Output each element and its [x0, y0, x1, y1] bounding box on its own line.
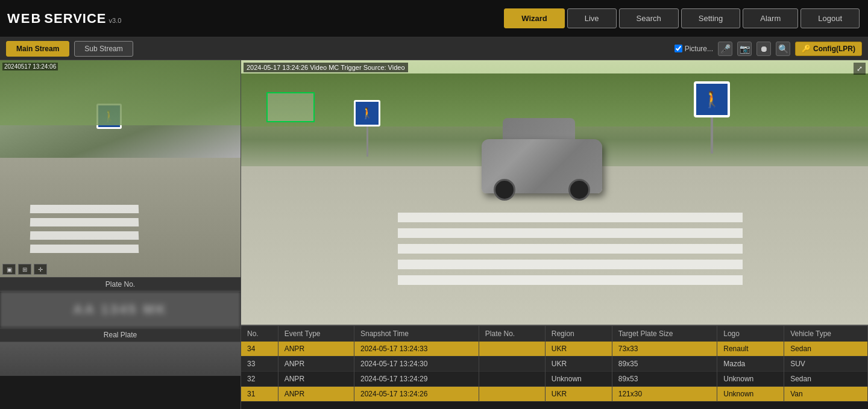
- table-cell-1: ANPR: [278, 387, 354, 402]
- camera-main: 🚶 🚶 2024-05-17 13:24:26 Video MC Trigger…: [241, 60, 868, 325]
- table-row[interactable]: 31ANPR2024-05-17 13:24:26UKR121x30Unknow…: [241, 387, 868, 402]
- picture-checkbox-container: Picture...: [675, 45, 713, 53]
- col-no: No.: [241, 326, 278, 342]
- sub-stream-button[interactable]: Sub Stream: [74, 41, 133, 57]
- table-cell-5: 121x30: [612, 387, 717, 402]
- cam-ctrl-3[interactable]: ✛: [34, 264, 47, 275]
- logo-web-text: WEB: [7, 11, 42, 27]
- nav-setting-button[interactable]: Setting: [681, 8, 740, 28]
- nav-search-button[interactable]: Search: [619, 8, 679, 28]
- table-cell-1: ANPR: [278, 342, 354, 357]
- expand-icon[interactable]: ⤢: [854, 63, 866, 75]
- nav-live-button[interactable]: Live: [567, 8, 617, 28]
- table-cell-0: 34: [241, 342, 278, 357]
- config-lpr-label: Config(LPR): [813, 45, 855, 53]
- nav-buttons: Wizard Live Search Setting Alarm Logout: [503, 8, 861, 28]
- real-plate-section: Real Plate: [0, 328, 241, 376]
- crosswalk: [398, 213, 743, 285]
- toolbar: Main Stream Sub Stream Picture... 🎤 📷 ⏺ …: [0, 37, 868, 60]
- table-cell-6: Unknown: [717, 387, 784, 402]
- data-table-section: No. Event Type Snapshot Time Plate No. R…: [241, 325, 868, 409]
- table-cell-4: UKR: [545, 342, 612, 357]
- logo: WEB SERVICE v3.0: [7, 11, 121, 27]
- picture-checkbox[interactable]: [675, 45, 682, 52]
- nav-alarm-button[interactable]: Alarm: [743, 8, 798, 28]
- col-target-plate-size: Target Plate Size: [612, 326, 717, 342]
- header: WEB SERVICE v3.0 Wizard Live Search Sett…: [0, 0, 868, 37]
- nav-logout-button[interactable]: Logout: [800, 8, 860, 28]
- table-row[interactable]: 33ANPR2024-05-17 13:24:30UKR89x35MazdaSU…: [241, 357, 868, 372]
- cam-controls: ▣ ⊞ ✛: [2, 264, 47, 275]
- table-row[interactable]: 34ANPR2024-05-17 13:24:33UKR73x33Renault…: [241, 342, 868, 357]
- table-cell-3: [479, 387, 545, 402]
- main-feed: 🚶 🚶 2024-05-17 13:24:26 Video MC Trigger…: [241, 60, 868, 409]
- key-icon: 🔑: [802, 45, 811, 53]
- table-cell-6: Unknown: [717, 372, 784, 387]
- plate-no-label: Plate No.: [0, 278, 241, 292]
- table-cell-2: 2024-05-17 13:24:29: [354, 372, 479, 387]
- col-vehicle-type: Vehicle Type: [784, 326, 868, 342]
- microphone-icon[interactable]: 🎤: [718, 42, 732, 56]
- col-snapshot-time: Snapshot Time: [354, 326, 479, 342]
- main-content: 🚶 20240517 13:24:06 ▣ ⊞ ✛ Plate No. AA 1…: [0, 60, 868, 409]
- data-table: No. Event Type Snapshot Time Plate No. R…: [241, 326, 868, 402]
- camera-icon[interactable]: 📷: [737, 42, 752, 56]
- left-panel: 🚶 20240517 13:24:06 ▣ ⊞ ✛ Plate No. AA 1…: [0, 60, 241, 409]
- logo-service-text: SERVICE: [44, 11, 106, 27]
- left-pedestrian-sign: 🚶: [354, 100, 380, 157]
- table-cell-7: SUV: [784, 357, 868, 372]
- table-row[interactable]: 32ANPR2024-05-17 13:24:29Unknown89x53Unk…: [241, 372, 868, 387]
- col-region: Region: [545, 326, 612, 342]
- table-cell-3: [479, 372, 545, 387]
- snapshot-icon[interactable]: 🔍: [776, 42, 790, 56]
- right-pedestrian-sign: 🚶: [694, 81, 730, 154]
- record-icon[interactable]: ⏺: [756, 42, 771, 56]
- table-cell-2: 2024-05-17 13:24:26: [354, 387, 479, 402]
- col-plate-no: Plate No.: [479, 326, 545, 342]
- real-plate-label: Real Plate: [0, 328, 241, 342]
- cam-ctrl-2[interactable]: ⊞: [18, 264, 31, 275]
- main-cam-timestamp: 2024-05-17 13:24:26 Video MC Trigger Sou…: [244, 63, 408, 72]
- table-cell-3: [479, 357, 545, 372]
- plate-image: AA 1345 MK: [0, 292, 241, 328]
- table-header-row: No. Event Type Snapshot Time Plate No. R…: [241, 326, 868, 342]
- plate-section: Plate No. AA 1345 MK: [0, 277, 241, 328]
- table-cell-0: 32: [241, 372, 278, 387]
- detected-vehicle: [482, 139, 602, 193]
- picture-label: Picture...: [685, 45, 713, 53]
- small-cam-timestamp: 20240517 13:24:06: [2, 63, 58, 70]
- cam-ctrl-1[interactable]: ▣: [2, 264, 16, 275]
- config-lpr-button[interactable]: 🔑 Config(LPR): [795, 42, 862, 56]
- table-cell-5: 89x35: [612, 357, 717, 372]
- logo-version-text: v3.0: [109, 17, 122, 24]
- col-logo: Logo: [717, 326, 784, 342]
- plate-number-blurred: AA 1345 MK: [73, 302, 167, 317]
- table-cell-6: Mazda: [717, 357, 784, 372]
- table-cell-0: 31: [241, 387, 278, 402]
- table-cell-2: 2024-05-17 13:24:33: [354, 342, 479, 357]
- table-cell-5: 89x53: [612, 372, 717, 387]
- table-cell-4: Unknown: [545, 372, 612, 387]
- table-body: 34ANPR2024-05-17 13:24:33UKR73x33Renault…: [241, 342, 868, 402]
- toolbar-right: Picture... 🎤 📷 ⏺ 🔍 🔑 Config(LPR): [675, 42, 862, 56]
- small-cam-background: 🚶 20240517 13:24:06 ▣ ⊞ ✛: [0, 60, 241, 277]
- nav-wizard-button[interactable]: Wizard: [504, 8, 565, 28]
- license-plate-detection-box: [266, 92, 315, 122]
- table-cell-4: UKR: [545, 387, 612, 402]
- real-plate-image: [0, 342, 241, 376]
- table-cell-5: 73x33: [612, 342, 717, 357]
- table-cell-3: [479, 342, 545, 357]
- table-cell-1: ANPR: [278, 372, 354, 387]
- main-stream-button[interactable]: Main Stream: [6, 41, 69, 57]
- table-cell-1: ANPR: [278, 357, 354, 372]
- small-camera-feed: 🚶 20240517 13:24:06 ▣ ⊞ ✛: [0, 60, 241, 277]
- table-cell-7: Van: [784, 387, 868, 402]
- col-event-type: Event Type: [278, 326, 354, 342]
- main-cam-background: 🚶 🚶 2024-05-17 13:24:26 Video MC Trigger…: [241, 60, 868, 325]
- table-cell-7: Sedan: [784, 372, 868, 387]
- table-cell-6: Renault: [717, 342, 784, 357]
- table-cell-7: Sedan: [784, 342, 868, 357]
- table-cell-4: UKR: [545, 357, 612, 372]
- table-cell-0: 33: [241, 357, 278, 372]
- table-cell-2: 2024-05-17 13:24:30: [354, 357, 479, 372]
